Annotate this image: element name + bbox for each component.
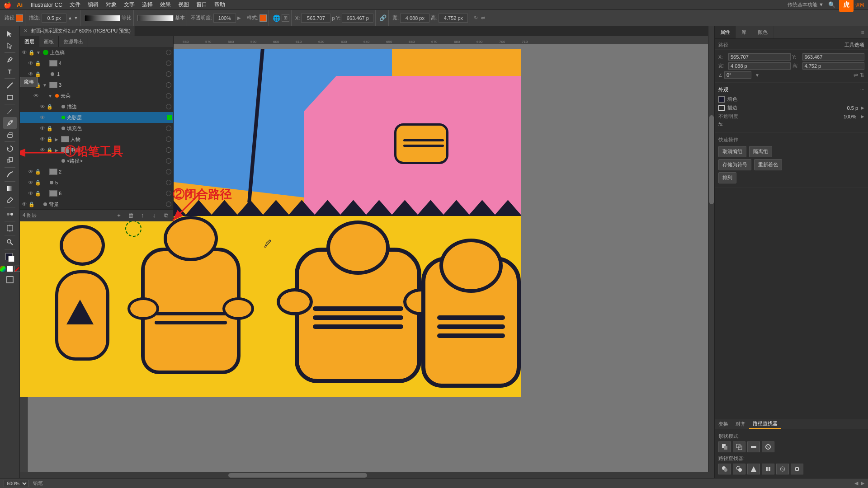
close-file-icon[interactable]: ✕	[24, 28, 28, 34]
eyedropper-tool[interactable]	[3, 194, 17, 206]
layer-target-prs[interactable]	[166, 136, 171, 142]
layer-target-l5[interactable]	[166, 180, 171, 185]
rotate-tool[interactable]	[3, 143, 17, 155]
shape-mode-1[interactable]	[718, 441, 731, 452]
menu-illustrator[interactable]: Illustrator CC	[27, 2, 66, 8]
lock-icon-l6[interactable]: 🔒	[34, 190, 42, 197]
stroke-expand-btn[interactable]: ▶	[861, 105, 864, 110]
h-input[interactable]	[439, 14, 468, 23]
artboard-tool[interactable]	[3, 222, 17, 234]
lock-icon-cmp[interactable]: 🔒	[46, 146, 53, 154]
eye-icon-ls[interactable]: 👁	[39, 114, 46, 121]
stroke-color-swatch[interactable]	[16, 14, 23, 22]
subtab-pathfinder[interactable]: 路径查找器	[749, 419, 781, 429]
link-icon[interactable]: 🔗	[379, 14, 387, 21]
basic-gradient[interactable]	[137, 15, 174, 21]
align-icon[interactable]: ⊞	[282, 14, 289, 22]
w-input[interactable]	[400, 14, 429, 23]
menu-help[interactable]: 帮助	[211, 1, 229, 9]
selection-tool[interactable]	[3, 28, 17, 40]
menu-effect[interactable]: 效果	[156, 1, 175, 9]
layer-target-pi[interactable]	[166, 158, 171, 164]
pf-btn-4[interactable]	[762, 464, 774, 474]
zoom-select[interactable]: 600% 400% 200% 100% 50%	[4, 480, 28, 487]
zoom-tool[interactable]	[3, 236, 17, 248]
layer-fill-color[interactable]: 👁 🔒 ▶ 填充色	[20, 123, 173, 134]
new-layer-btn[interactable]: +	[114, 211, 123, 220]
prev-artboard-btn[interactable]: ◀	[854, 480, 858, 486]
expand-prs[interactable]: ▶	[53, 136, 60, 142]
menu-view[interactable]: 视图	[175, 1, 193, 9]
line-tool[interactable]	[3, 80, 17, 91]
subtab-align[interactable]: 对齐	[732, 419, 749, 429]
menu-text[interactable]: 文字	[120, 1, 138, 9]
menu-edit[interactable]: 编辑	[84, 1, 102, 9]
menu-select[interactable]: 选择	[138, 1, 156, 9]
flip-h-btn[interactable]: ⇌	[854, 72, 858, 78]
opacity-expand[interactable]: ▶	[237, 15, 241, 20]
expand-l3[interactable]: ▼	[42, 82, 48, 88]
layer-6[interactable]: 👁 🔒 ▶ 6	[20, 188, 173, 199]
no-fill-btn[interactable]	[14, 266, 20, 272]
layer-target-l6[interactable]	[166, 191, 171, 196]
appearance-more[interactable]: ···	[860, 86, 864, 93]
globe-icon[interactable]: 🌐	[273, 14, 280, 22]
lock-icon-prs[interactable]: 🔒	[46, 136, 53, 143]
expand-cmp[interactable]: ▶	[53, 147, 60, 153]
eye-icon-fc[interactable]: 👁	[39, 125, 46, 132]
eye-icon-prs[interactable]: 👁	[39, 136, 46, 143]
color-mode-btn[interactable]	[0, 266, 6, 272]
fill-swatch-panel[interactable]	[718, 96, 725, 103]
lock-icon-l2[interactable]: 🔒	[34, 168, 42, 175]
eraser-tool[interactable]	[3, 129, 17, 141]
white-mode-btn[interactable]	[7, 266, 13, 272]
gradient-tool[interactable]	[3, 183, 17, 194]
search-icon[interactable]: 🔍	[828, 1, 835, 8]
layer-target-l3[interactable]	[166, 82, 171, 88]
eye-icon-bg[interactable]: 👁	[21, 201, 28, 208]
lock-icon-fc[interactable]: 🔒	[46, 125, 53, 132]
layer-stroke[interactable]: 👁 🔒 ▶ 描边	[20, 101, 173, 112]
layer-target-bg[interactable]	[166, 202, 171, 207]
pf-btn-5[interactable]	[776, 464, 789, 474]
panel-menu-btn[interactable]: ≡	[857, 26, 868, 39]
rectangle-tool[interactable]	[3, 91, 17, 103]
menu-window[interactable]: 窗口	[193, 1, 211, 9]
tab-properties[interactable]: 属性	[715, 26, 736, 38]
layer-4[interactable]: 👁 🔒 ▶ 4	[20, 58, 173, 69]
layer-target-l2[interactable]	[166, 169, 171, 174]
delete-layer-btn[interactable]: 🗑	[126, 211, 135, 220]
eye-icon-l6[interactable]: 👁	[27, 190, 34, 197]
style-swatch[interactable]	[259, 14, 267, 22]
angle-down-icon[interactable]: ▼	[755, 73, 760, 78]
layer-target-cloud[interactable]	[166, 93, 171, 99]
ungroup-btn[interactable]: 取消编组	[718, 146, 746, 157]
pencil-tool[interactable]	[3, 117, 17, 129]
recolor-btn[interactable]: 重新着色	[754, 159, 782, 170]
layers-tab-assets[interactable]: 资源导出	[59, 36, 88, 47]
warp-tool[interactable]	[3, 169, 17, 180]
pf-btn-6[interactable]	[791, 464, 803, 474]
pf-btn-1[interactable]	[718, 464, 731, 474]
stroke-width-input[interactable]	[42, 14, 66, 23]
lock-icon-bg[interactable]: 🔒	[28, 201, 35, 208]
menu-file[interactable]: 文件	[66, 1, 84, 9]
stroke-adjust-up[interactable]: ▲	[68, 15, 72, 20]
duplicate-layer-btn[interactable]: ⧉	[161, 211, 170, 220]
layers-tab-artboards[interactable]: 画板	[39, 36, 59, 47]
layer-target-stroke[interactable]	[166, 104, 171, 109]
layer-2[interactable]: 👁 🔒 ▶ 2	[20, 166, 173, 177]
layer-shangsegao[interactable]: 👁 🔒 ▼ 上色稿	[20, 47, 173, 58]
layer-1[interactable]: 👁 🔒 ▶ 1	[20, 69, 173, 80]
layer-3[interactable]: 👁 🔒 ▼ 3	[20, 80, 173, 90]
y-input[interactable]	[342, 14, 373, 23]
scale-tool[interactable]	[3, 155, 17, 166]
eye-icon-l2[interactable]: 👁	[27, 168, 34, 175]
direct-selection-tool[interactable]	[3, 40, 17, 52]
layer-5[interactable]: 👁 🔒 ▶ 5	[20, 177, 173, 188]
stroke-adjust-down[interactable]: ▼	[74, 15, 78, 20]
pen-tool[interactable]	[3, 54, 17, 66]
stroke-swatch-panel[interactable]	[718, 105, 725, 111]
apple-menu[interactable]: 🍎	[4, 1, 11, 9]
horizontal-scrollbar[interactable]	[20, 472, 714, 478]
